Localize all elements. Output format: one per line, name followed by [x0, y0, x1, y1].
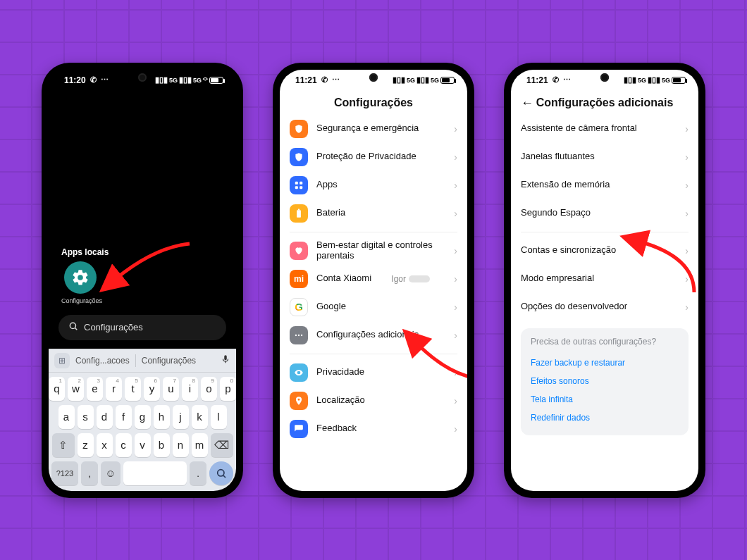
period-key[interactable]: . — [190, 461, 206, 485]
mic-icon[interactable] — [221, 354, 230, 366]
numbers-key[interactable]: ?123 — [51, 461, 78, 485]
settings-row-janelas-flutuantes[interactable]: Janelas flutuantes› — [521, 143, 689, 171]
key-e[interactable]: e3 — [87, 377, 103, 401]
section-header: Apps locais — [61, 247, 109, 257]
key-p[interactable]: p0 — [220, 377, 236, 401]
suggestion-chip[interactable]: Configurações — [142, 356, 196, 366]
settings-row-bateria[interactable]: Bateria› — [290, 199, 457, 228]
back-button[interactable]: ← — [521, 95, 533, 110]
search-key[interactable] — [209, 461, 233, 485]
page-title-bar: Configurações — [280, 91, 467, 115]
chevron-right-icon: › — [454, 208, 457, 219]
space-key[interactable] — [123, 461, 187, 485]
key-f[interactable]: f — [116, 405, 132, 429]
net-label: 5G — [407, 77, 415, 84]
key-m[interactable]: m — [192, 433, 208, 457]
search-value: Configurações — [84, 322, 143, 332]
settings-row-privacidade[interactable]: Privacidade› — [290, 359, 457, 387]
card-link-redefinir-dados[interactable]: Redefinir dados — [531, 409, 679, 427]
settings-row-extens-o-de-mem-ria[interactable]: Extensão de memória› — [521, 171, 689, 199]
whatsapp-icon: ✆ — [552, 76, 559, 84]
settings-row-conta-xiaomi[interactable]: miConta XiaomiIgor› — [290, 265, 457, 293]
annotation-arrow — [112, 240, 197, 299]
settings-row-op-es-do-desenvolvedor[interactable]: Opções do desenvolvedor› — [521, 293, 689, 321]
google-icon: G — [290, 298, 308, 316]
row-label: Conta Xiaomi — [316, 273, 371, 284]
key-x[interactable]: x — [97, 433, 113, 457]
row-label: Janelas flutuantes — [521, 151, 595, 162]
shield-icon — [290, 148, 308, 166]
chevron-right-icon: › — [685, 245, 689, 256]
settings-row-segundo-espa-o[interactable]: Segundo Espaço› — [521, 199, 689, 228]
search-icon — [68, 321, 78, 333]
shift-key[interactable]: ⇧ — [52, 433, 75, 457]
settings-app[interactable]: Configurações — [61, 261, 99, 305]
key-t[interactable]: t5 — [125, 377, 141, 401]
redacted-text — [409, 275, 430, 282]
svg-rect-6 — [295, 186, 298, 189]
card-link-fazer-backup-e-restaurar[interactable]: Fazer backup e restaurar — [531, 354, 679, 372]
chevron-right-icon: › — [685, 208, 689, 219]
backspace-key[interactable]: ⌫ — [211, 433, 233, 457]
key-b[interactable]: b — [154, 433, 170, 457]
additional-settings-list: Assistente de câmera frontal›Janelas flu… — [511, 115, 698, 321]
signal-icon: ▮▯▮ — [416, 76, 429, 84]
row-label: Feedback — [316, 423, 357, 434]
chevron-right-icon: › — [454, 123, 457, 135]
key-q[interactable]: q1 — [49, 377, 65, 401]
emoji-key[interactable]: ☺ — [101, 461, 121, 485]
key-i[interactable]: i8 — [182, 377, 198, 401]
key-z[interactable]: z — [78, 433, 94, 457]
chevron-right-icon: › — [685, 301, 689, 313]
settings-row-feedback[interactable]: Feedback› — [290, 415, 457, 443]
svg-line-3 — [223, 475, 226, 478]
app-search-results-area: Apps locais Configurações Configurações — [49, 91, 236, 349]
settings-row-apps[interactable]: Apps› — [290, 171, 457, 199]
key-n[interactable]: n — [173, 433, 189, 457]
card-link-efeitos-sonoros[interactable]: Efeitos sonoros — [531, 372, 679, 390]
suggestions-grid-icon[interactable]: ⊞ — [54, 353, 70, 368]
row-label: Google — [316, 301, 346, 312]
settings-row-bem-estar-digital-e-controles-parentais[interactable]: Bem-estar digital e controles parentais› — [290, 237, 457, 265]
key-s[interactable]: s — [78, 405, 94, 429]
camera-hole — [138, 73, 147, 82]
page-title: Configurações adicionais — [536, 97, 674, 109]
key-v[interactable]: v — [135, 433, 151, 457]
card-link-tela-infinita[interactable]: Tela infinita — [531, 390, 679, 409]
settings-row-configura-es-adicionais[interactable]: Configurações adicionais› — [290, 321, 457, 349]
key-g[interactable]: g — [135, 405, 151, 429]
row-label: Modo empresarial — [521, 273, 594, 284]
signal-icon: ▮▯▮ — [393, 76, 405, 84]
chevron-right-icon: › — [685, 123, 689, 135]
settings-row-modo-empresarial[interactable]: Modo empresarial› — [521, 265, 689, 293]
key-c[interactable]: c — [116, 433, 132, 457]
key-k[interactable]: k — [192, 405, 208, 429]
svg-point-0 — [70, 323, 75, 328]
key-r[interactable]: r4 — [106, 377, 122, 401]
search-field[interactable]: Configurações — [58, 315, 226, 340]
settings-row-contas-e-sincroniza-o[interactable]: Contas e sincronização› — [521, 237, 689, 265]
key-a[interactable]: a — [58, 405, 75, 429]
key-o[interactable]: o9 — [201, 377, 217, 401]
row-label: Segundo Espaço — [521, 208, 591, 218]
settings-row-google[interactable]: GGoogle› — [290, 293, 457, 321]
key-w[interactable]: w2 — [68, 377, 84, 401]
key-j[interactable]: j — [173, 405, 189, 429]
settings-row-prote-o-de-privacidade[interactable]: Proteção de Privacidade› — [290, 143, 457, 171]
settings-row-seguran-a-e-emerg-ncia[interactable]: Segurança e emergência› — [290, 115, 457, 143]
suggestion-chip[interactable]: Config...acoes — [75, 356, 130, 366]
key-h[interactable]: h — [154, 405, 170, 429]
row-label: Extensão de memória — [521, 180, 610, 190]
settings-row-localiza-o[interactable]: Localização› — [290, 387, 457, 415]
chevron-right-icon: › — [454, 367, 457, 378]
settings-row-assistente-de-c-mera-frontal[interactable]: Assistente de câmera frontal› — [521, 115, 689, 143]
more-icon: ⋯ — [101, 76, 109, 84]
wifi-icon: ⌔ — [203, 76, 208, 84]
key-d[interactable]: d — [97, 405, 113, 429]
key-l[interactable]: l — [211, 405, 227, 429]
key-y[interactable]: y6 — [144, 377, 160, 401]
phone-3-frame: 11:21 ✆ ⋯ ▮▯▮ 5G ▮▯▮ 5G ← Configurações … — [504, 63, 705, 498]
row-label: Configurações adicionais — [316, 330, 419, 340]
comma-key[interactable]: , — [81, 461, 98, 485]
key-u[interactable]: u7 — [163, 377, 179, 401]
